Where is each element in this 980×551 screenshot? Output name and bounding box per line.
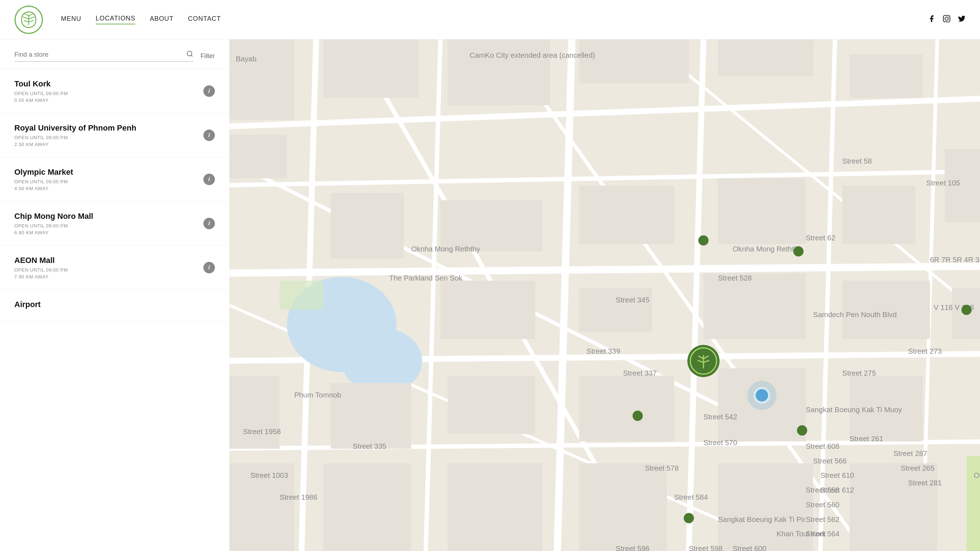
svg-text:Street 275: Street 275 (842, 369, 876, 377)
svg-text:Street 58: Street 58 (842, 157, 872, 165)
svg-line-6 (24, 21, 29, 22)
store-item-1[interactable]: Royal University of Phnom Penh OPEN UNTI… (0, 113, 229, 158)
svg-text:Street 610: Street 610 (820, 471, 854, 479)
svg-rect-42 (441, 200, 543, 252)
store-info-0: Toul Kork OPEN UNTIL 09:00 PM 0.55 KM AW… (14, 79, 68, 103)
svg-rect-44 (718, 178, 806, 244)
svg-rect-38 (718, 40, 813, 76)
svg-point-111 (698, 235, 709, 246)
store-item-0[interactable]: Toul Kork OPEN UNTIL 09:00 PM 0.55 KM AW… (0, 69, 229, 113)
svg-text:Street 345: Street 345 (616, 296, 650, 304)
store-hours-0: OPEN UNTIL 09:00 PM (14, 91, 68, 96)
svg-text:Street 62: Street 62 (806, 234, 835, 242)
svg-text:Sangkat Boeung Kak Ti Muoy: Sangkat Boeung Kak Ti Muoy (806, 406, 902, 414)
store-item-3[interactable]: Chip Mong Noro Mall OPEN UNTIL 09:00 PM … (0, 202, 229, 246)
store-name-2: Olympic Market (14, 167, 73, 177)
search-input[interactable] (14, 51, 183, 59)
store-info-icon-1[interactable]: i (204, 129, 215, 141)
search-row: Filter (14, 50, 215, 62)
svg-text:Street 335: Street 335 (353, 442, 387, 450)
store-info-icon-0[interactable]: i (204, 85, 215, 97)
svg-point-11 (187, 51, 192, 56)
nav-item-locations[interactable]: LOCATIONS (96, 15, 135, 24)
filter-button[interactable]: Filter (200, 53, 215, 60)
search-section: Filter (0, 40, 229, 69)
svg-text:One Park: One Park (974, 471, 980, 479)
store-name-4: AEON Mall (14, 256, 68, 265)
svg-rect-8 (943, 15, 950, 22)
svg-text:Street 281: Street 281 (908, 479, 942, 487)
svg-rect-36 (448, 40, 550, 105)
svg-text:Street 598: Street 598 (689, 545, 722, 551)
store-info-3: Chip Mong Noro Mall OPEN UNTIL 09:00 PM … (14, 212, 93, 235)
svg-point-9 (945, 17, 948, 20)
store-name-3: Chip Mong Noro Mall (14, 212, 93, 221)
search-input-wrapper (14, 50, 193, 62)
store-item-4[interactable]: AEON Mall OPEN UNTIL 09:00 PM 7.90 KM AW… (0, 246, 229, 290)
svg-text:The Parkland Sen Sok: The Parkland Sen Sok (389, 274, 463, 282)
store-info-5: Airport (14, 300, 41, 311)
search-button[interactable] (186, 50, 193, 59)
svg-text:Street 542: Street 542 (703, 413, 737, 421)
svg-rect-52 (229, 376, 280, 449)
svg-rect-55 (579, 376, 675, 441)
svg-text:Bayab: Bayab (235, 55, 256, 63)
left-panel: Filter Toul Kork OPEN UNTIL 09:00 PM 0.5… (0, 40, 229, 551)
svg-rect-33 (280, 280, 323, 310)
svg-rect-63 (850, 463, 937, 551)
svg-text:Street 528: Street 528 (718, 274, 752, 282)
svg-text:Street 560: Street 560 (806, 501, 839, 509)
store-distance-0: 0.55 KM AWAY (14, 97, 68, 103)
svg-text:Street 562: Street 562 (806, 516, 839, 523)
map-panel[interactable]: Bayab CamKo City extended area (cancelle… (229, 40, 980, 551)
svg-text:Street 578: Street 578 (645, 464, 679, 472)
store-hours-3: OPEN UNTIL 09:00 PM (14, 223, 93, 229)
instagram-icon[interactable] (943, 15, 951, 25)
store-info-icon-4[interactable]: i (204, 262, 215, 273)
svg-text:Street 1958: Street 1958 (243, 428, 281, 435)
store-info-2: Olympic Market OPEN UNTIL 09:00 PM 4.50 … (14, 167, 73, 191)
svg-point-112 (794, 247, 804, 257)
store-distance-4: 7.90 KM AWAY (14, 274, 68, 279)
svg-text:Street 105: Street 105 (926, 179, 960, 187)
nav-item-menu[interactable]: MENU (61, 15, 81, 24)
logo[interactable] (14, 5, 43, 34)
svg-point-10 (948, 16, 949, 17)
svg-text:Street 600: Street 600 (733, 545, 767, 551)
map-svg: Bayab CamKo City extended area (cancelle… (229, 40, 980, 551)
svg-text:Street 273: Street 273 (908, 347, 942, 355)
store-item-2[interactable]: Olympic Market OPEN UNTIL 09:00 PM 4.50 … (0, 158, 229, 202)
svg-text:CamKo City extended area (canc: CamKo City extended area (cancelled) (469, 51, 595, 59)
nav-item-contact[interactable]: CONTACT (188, 15, 221, 24)
svg-rect-34 (229, 40, 294, 120)
svg-rect-49 (703, 273, 806, 339)
svg-text:Street 566: Street 566 (813, 457, 847, 465)
svg-point-114 (797, 425, 807, 436)
facebook-icon[interactable] (928, 15, 935, 25)
store-info-icon-3[interactable]: i (204, 218, 215, 229)
svg-rect-43 (579, 185, 675, 244)
svg-text:Street 1986: Street 1986 (280, 493, 317, 501)
svg-rect-47 (441, 280, 536, 339)
store-hours-2: OPEN UNTIL 09:00 PM (14, 179, 73, 185)
svg-point-126 (747, 381, 776, 410)
svg-text:Street 608: Street 608 (806, 442, 839, 450)
svg-text:Phum Tomnob: Phum Tomnob (294, 391, 341, 399)
svg-rect-62 (718, 463, 813, 551)
svg-rect-45 (842, 185, 915, 244)
svg-rect-41 (331, 193, 404, 259)
store-item-5[interactable]: Airport (0, 290, 229, 322)
social-icons (928, 15, 966, 25)
twitter-icon[interactable] (958, 15, 966, 25)
store-info-icon-2[interactable]: i (204, 174, 215, 185)
svg-text:Khan Toul Kork: Khan Toul Kork (776, 530, 826, 538)
svg-rect-59 (323, 463, 411, 551)
svg-point-116 (961, 304, 972, 315)
nav-item-about[interactable]: ABOUT (150, 15, 173, 24)
store-distance-1: 2.50 KM AWAY (14, 142, 136, 147)
svg-line-4 (23, 17, 29, 19)
svg-rect-48 (579, 288, 652, 332)
store-name-5: Airport (14, 300, 41, 309)
svg-text:Samdech Pen Nouth Blvd: Samdech Pen Nouth Blvd (813, 311, 897, 318)
svg-rect-54 (448, 376, 535, 434)
